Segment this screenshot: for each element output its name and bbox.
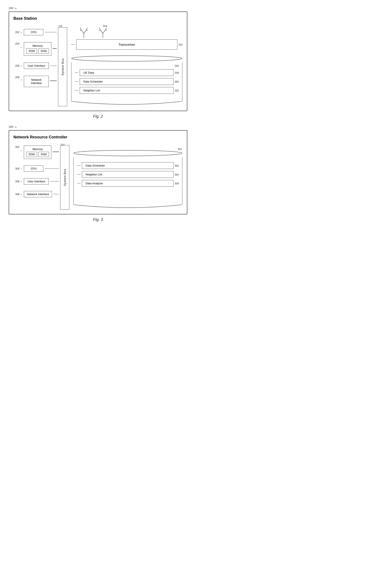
fig2-db-ref-row: 216 [75, 64, 179, 67]
fig3-left-column: 302 ⌐ Memory ROM RAM [14, 143, 59, 210]
fig3-db-item-1: Neighbor List 316 [77, 171, 179, 178]
fig3-db-item-2: Data Analyzer 318 [77, 180, 179, 187]
fig3-neighbor-list-ref: 316 [175, 173, 179, 176]
fig3-ui-ref-arrow: ⌐ [21, 180, 22, 183]
fig3-ni-row: 308 ⌐ Network Interface [14, 191, 59, 197]
fig3-data-analyzer-ref: 318 [175, 182, 179, 185]
fig2-transceiver-left-line [71, 44, 75, 45]
fig2-data-scheduler-box: Data Scheduler [80, 78, 174, 85]
fig2-ni-ref-arrow: ⌐ [21, 78, 22, 81]
fig2-db-items: UE Data 218 Data Scheduler 220 Neighbor [75, 69, 179, 94]
fig3-memory-row: 302 ⌐ Memory ROM RAM [14, 146, 59, 159]
fig2-memory-sub: ROM RAM [26, 48, 49, 54]
fig2-transceiver-area: 214 [71, 25, 182, 50]
fig2-antennas-row: 214 [80, 25, 182, 38]
fig3-ni-ref: 308 [14, 193, 20, 196]
fig2-ni-box: NetworkInterface [24, 76, 49, 87]
fig2-ui-line [50, 66, 57, 66]
fig2-db-area: 216 UE Data 218 Data Scheduler [71, 55, 182, 106]
fig2-antenna1-icon [80, 27, 88, 38]
fig3-memory-label: Memory [26, 148, 49, 151]
fig3-data-analyzer-box: Data Analyzer [82, 180, 174, 187]
svg-line-8 [100, 29, 103, 33]
fig3-system-bus-box: System Bus [60, 145, 69, 210]
fig3-memory-line [53, 152, 59, 152]
fig3-right-column: 312 Data Scheduler 314 [71, 143, 182, 210]
fig3-db-item0-line [77, 166, 80, 166]
fig3-memory-ref-arrow: ⌐ [21, 150, 22, 152]
fig2-outer-label: 200 ↘ [9, 6, 187, 10]
fig2-system-bus-box: System Bus [58, 27, 67, 106]
fig3-arrow-icon: ↘ [14, 125, 17, 128]
fig3-db-item1-line [77, 174, 80, 175]
fig2-ni-line [50, 80, 57, 81]
fig2-transceiver-box: Transceiver [76, 40, 177, 50]
fig2-right-column: 214 [69, 25, 182, 106]
fig3-data-scheduler-box: Data Scheduler [82, 162, 174, 169]
fig2-ui-row: 206 ⌐ User Interface [14, 62, 57, 69]
fig3-cylinder-bottom-svg [73, 205, 182, 209]
fig3-inner-layout: 302 ⌐ Memory ROM RAM [14, 143, 182, 210]
fig3-ram-box: RAM [38, 152, 49, 157]
fig3-cylinder-body: Data Scheduler 314 Neighbor List 316 Dat [74, 157, 182, 205]
fig2-neighbor-list-box: Neighbor List [80, 87, 174, 94]
svg-line-1 [80, 29, 84, 33]
fig2-inner-layout: 202 ⌐ CPU 204 ⌐ Memory ROM RAM [14, 25, 182, 106]
fig2-ue-data-ref: 218 [175, 72, 179, 74]
fig2-cpu-line [44, 32, 57, 32]
fig2-left-column: 202 ⌐ CPU 204 ⌐ Memory ROM RAM [14, 25, 57, 106]
fig2-system-bus-col: 210 System Bus [58, 25, 67, 106]
fig3-ui-ref: 306 [14, 180, 20, 183]
fig3-ni-line [53, 194, 59, 194]
fig3-cpu-line [44, 168, 59, 169]
fig2-system-bus-label: System Bus [61, 58, 64, 75]
fig2-ui-box: User Interface [24, 62, 49, 69]
fig2-cylinder-bottom-svg [71, 101, 182, 106]
fig2-db-item2-line [75, 90, 78, 91]
fig2-ref-number: 200 [9, 6, 14, 10]
fig3-data-scheduler-ref: 314 [175, 164, 179, 167]
fig2-memory-group: Memory ROM RAM [24, 42, 51, 56]
fig2-ue-data-box: UE Data [80, 69, 174, 76]
fig3-ni-box: Network Interface [24, 191, 52, 197]
fig2-arrow-icon: ↘ [14, 6, 17, 10]
fig2-neighbor-list-ref: 222 [175, 89, 179, 92]
fig2-db-item-2: Neighbor List 222 [75, 87, 179, 94]
fig3-neighbor-list-box: Neighbor List [82, 171, 174, 178]
fig3-system-bus-col: 310 System Bus [61, 143, 69, 210]
fig3-cpu-ref: 304 [14, 167, 20, 170]
svg-point-15 [74, 150, 182, 156]
fig3-rom-box: ROM [26, 152, 37, 157]
fig2-db-item0-line [75, 72, 78, 73]
fig3-ui-row: 306 ⌐ User Interface [14, 178, 59, 184]
fig2-antenna2-icon [99, 27, 107, 38]
fig2-memory-ref-arrow: ⌐ [21, 46, 22, 49]
fig2-cylinder-body: 216 UE Data 218 Data Scheduler [71, 62, 182, 101]
fig3-outer-label: 300 ↘ [9, 125, 187, 128]
fig2-ui-ref: 206 [14, 64, 20, 67]
fig2-ui-ref-arrow: ⌐ [21, 64, 22, 67]
fig3-ui-line [50, 181, 59, 182]
fig2-caption: Fig. 2 [9, 114, 187, 119]
fig2-antenna-ref: 214 [103, 25, 107, 27]
fig2-db-item-1: Data Scheduler 220 [75, 78, 179, 85]
fig2-db-ref: 216 [175, 64, 179, 67]
fig2-memory-label: Memory [26, 44, 49, 48]
fig3-diagram-box: Network Resource Controller 302 ⌐ Memory… [9, 130, 187, 214]
fig3-title: Network Resource Controller [14, 135, 182, 140]
fig2-transceiver-row: Transceiver 212 [71, 40, 182, 50]
fig3-memory-sub: ROM RAM [26, 152, 49, 157]
fig2-cylinder-top-svg [71, 55, 182, 62]
fig3-caption: Fig. 3 [9, 218, 187, 222]
fig2-antenna2-wrap: 214 [99, 25, 107, 38]
fig3-cylinder-top-svg [73, 150, 182, 156]
fig2-diagram-box: Base Station 202 ⌐ CPU 204 ⌐ Memo [9, 12, 187, 111]
fig3-db-area: 312 Data Scheduler 314 [73, 148, 182, 210]
fig3-cpu-row: 304 ⌐ CPU [14, 166, 59, 172]
fig2-memory-line [53, 48, 57, 49]
fig3-cpu-ref-arrow: ⌐ [21, 168, 22, 170]
fig2-cpu-ref-arrow: ⌐ [21, 31, 22, 34]
fig2-memory-ref: 204 [14, 42, 20, 45]
svg-point-14 [72, 56, 182, 61]
fig3-ref-number: 300 [9, 125, 14, 128]
